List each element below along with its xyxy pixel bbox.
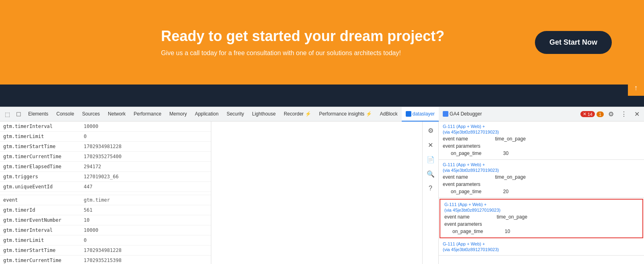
- close-icon[interactable]: ✕: [631, 109, 642, 120]
- error-count: 14: [588, 112, 592, 117]
- tab-console[interactable]: Console: [52, 107, 78, 122]
- ga4-params-row: event parameters: [444, 221, 638, 228]
- ga4-event-row: event name time_on_page: [444, 213, 638, 221]
- datalayer-middle-panel: [211, 122, 423, 264]
- table-row: eventgtm.timer: [0, 195, 211, 205]
- table-row: gtm.timerLimit0: [0, 235, 211, 245]
- tab-lighthouse[interactable]: Lighthouse: [248, 107, 280, 122]
- tab-performance-insights[interactable]: Performance insights ⚡: [315, 107, 376, 122]
- table-row: gtm.timerStartTime1702934981228: [0, 142, 211, 152]
- table-row: gtm.timerCurrentTime1702935215398: [0, 256, 211, 264]
- ga4-stream-label2: (via 45je3bt0z89127019023): [443, 168, 640, 173]
- table-row: gtm.timerInterval10000: [0, 122, 211, 132]
- tab-performance[interactable]: Performance: [130, 107, 165, 122]
- warn-badge: 1: [597, 111, 604, 117]
- table-row: gtm.timerInterval10000: [0, 225, 211, 235]
- error-badge: ✕ 14: [580, 111, 595, 117]
- ga4-stream-label: G-111 (App + Web) +: [443, 162, 640, 167]
- table-row: gtm.timerId561: [0, 205, 211, 215]
- ga4-event-block-highlighted[interactable]: G-111 (App + Web) + (via 45je3bt0z891270…: [440, 199, 643, 238]
- tab-elements[interactable]: Elements: [24, 107, 52, 122]
- settings-icon[interactable]: ⚙: [605, 109, 617, 120]
- ga4-stream-label: G-111 (App + Web) +: [443, 124, 640, 129]
- tab-dataslayer[interactable]: dataslayer: [402, 107, 439, 122]
- table-row: gtm.timerStartTime1702934981228: [0, 245, 211, 256]
- table-row: gtm.timerEventNumber10: [0, 215, 211, 225]
- devtools-panel: ⬚ ☐ Elements Console Sources Network Per…: [0, 107, 644, 264]
- ga4-params-row: event parameters: [443, 181, 640, 188]
- inspect-icon[interactable]: ⬚: [2, 107, 13, 122]
- ga4-search-icon[interactable]: 🔍: [425, 168, 436, 179]
- tab-application[interactable]: Application: [191, 107, 223, 122]
- scroll-to-top-button[interactable]: ↑: [628, 80, 644, 96]
- ga4-stream-label2: (via 45je3bt0z89127019023): [444, 208, 638, 212]
- tab-sources[interactable]: Sources: [78, 107, 104, 122]
- ga4-param-row: on_page_time 30: [443, 150, 640, 157]
- banner-text: Ready to get started your dream project?…: [161, 28, 444, 57]
- table-row-spacer: [0, 192, 211, 195]
- ga4-help-icon[interactable]: ?: [425, 183, 436, 194]
- tab-adblock[interactable]: AdBlock: [376, 107, 402, 122]
- table-row: gtm.uniqueEventId447: [0, 182, 211, 192]
- ga4-events-list: G-111 (App + Web) + (via 45je3bt0z891270…: [439, 122, 644, 264]
- datalayer-left-panel: gtm.timerInterval10000 gtm.timerLimit0 g…: [0, 122, 211, 264]
- ga4-event-block[interactable]: G-111 (App + Web) + (via 45je3bt0z891270…: [439, 122, 644, 160]
- banner-heading: Ready to get started your dream project?: [161, 28, 444, 45]
- ga4-event-block-partial[interactable]: G-111 (App + Web) + (via 45je3bt0z891270…: [439, 239, 644, 256]
- banner-subtext: Give us a call today for a free consulta…: [161, 50, 444, 57]
- more-icon[interactable]: ⋮: [618, 109, 630, 120]
- table-row: gtm.timerElapsedTime294172: [0, 162, 211, 172]
- tab-recorder[interactable]: Recorder ⚡: [280, 107, 315, 122]
- ga4-param-row: on_page_time 10: [444, 228, 638, 235]
- tab-security[interactable]: Security: [223, 107, 248, 122]
- ga4-param-row: on_page_time 20: [443, 188, 640, 195]
- ga4-doc-icon[interactable]: 📄: [425, 154, 436, 165]
- ga4-stream-label2: (via 45je3bt0z89127019023): [443, 247, 640, 252]
- banner: Ready to get started your dream project?…: [0, 0, 644, 85]
- ga4-settings-icon[interactable]: ⚙: [425, 125, 436, 136]
- ga4-sidebar: ⚙ ✕ 📄 🔍 ?: [423, 122, 439, 264]
- ga4-stream-label2: (via 45je3bt0z89127019023): [443, 130, 640, 134]
- devtools-tab-right: ✕ 14 1 ⚙ ⋮ ✕: [580, 109, 642, 120]
- ga4-event-block[interactable]: G-111 (App + Web) + (via 45je3bt0z891270…: [439, 160, 644, 198]
- dark-strip: [0, 85, 644, 107]
- ga4-params-row: event parameters: [443, 142, 640, 150]
- ga4-right-panel: ⚙ ✕ 📄 🔍 ? G-111 (App + Web) + (via 45je3…: [423, 122, 644, 264]
- table-row: gtm.timerLimit0: [0, 132, 211, 142]
- table-row: gtm.timerCurrentTime1702935275400: [0, 152, 211, 162]
- tab-network[interactable]: Network: [104, 107, 130, 122]
- tab-ga4-debugger[interactable]: GA4 Debugger: [439, 107, 486, 122]
- devtools-tabs-bar: ⬚ ☐ Elements Console Sources Network Per…: [0, 107, 644, 122]
- devtools-content: gtm.timerInterval10000 gtm.timerLimit0 g…: [0, 122, 644, 264]
- ga4-event-row: event name time_on_page: [443, 173, 640, 181]
- ga4-close-icon[interactable]: ✕: [425, 139, 436, 151]
- ga4-stream-label: G-111 (App + Web) +: [444, 202, 638, 207]
- device-icon[interactable]: ☐: [13, 107, 24, 122]
- ga4-event-row: event name time_on_page: [443, 135, 640, 142]
- ga4-stream-label: G-111 (App + Web) +: [443, 241, 640, 246]
- tab-memory[interactable]: Memory: [165, 107, 191, 122]
- warn-count: 1: [599, 112, 601, 117]
- table-row: gtm.triggers127019023_66: [0, 172, 211, 182]
- get-start-button[interactable]: Get Start Now: [535, 31, 612, 54]
